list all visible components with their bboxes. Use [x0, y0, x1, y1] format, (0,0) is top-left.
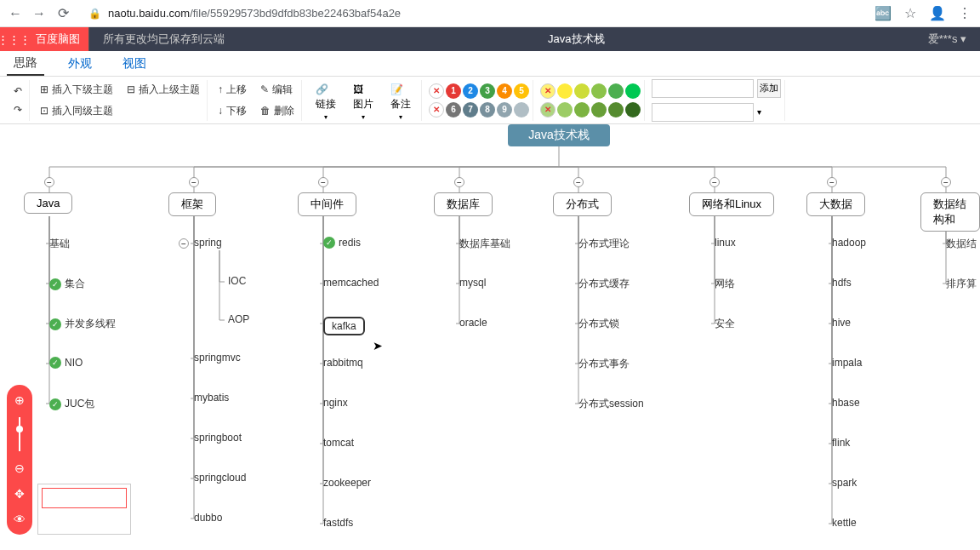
leaf-node[interactable]: hdfs — [832, 277, 852, 289]
color-swatch[interactable]: ✕ — [429, 102, 444, 117]
note-button[interactable]: 📝备注▾ — [384, 80, 418, 121]
leaf-node[interactable]: linux — [715, 237, 736, 249]
leaf-node[interactable]: kafka — [323, 317, 365, 335]
reload-icon[interactable]: ⟳ — [54, 5, 71, 22]
leaf-node[interactable]: 分布式锁 — [578, 317, 619, 331]
leaf-node[interactable]: 排序算 — [946, 277, 977, 291]
leaf-node[interactable]: dubbo — [194, 512, 222, 524]
branch-node[interactable]: 分布式 — [553, 192, 612, 216]
zoom-out-button[interactable]: ⊖ — [11, 460, 28, 477]
leaf-node[interactable]: fastdfs — [323, 517, 353, 529]
collapse-icon[interactable]: − — [318, 177, 328, 187]
color-swatch[interactable] — [514, 102, 529, 117]
leaf-node[interactable]: 分布式session — [578, 397, 644, 411]
leaf-node[interactable]: 数据结 — [946, 237, 977, 251]
tab-silu[interactable]: 思路 — [7, 52, 44, 76]
collapse-icon[interactable]: − — [827, 177, 837, 187]
edit-button[interactable]: ✎编辑 — [257, 81, 296, 99]
color-swatch[interactable] — [574, 102, 590, 117]
color-swatch[interactable]: 9 — [497, 102, 512, 117]
star-icon[interactable]: ☆ — [902, 5, 919, 22]
leaf-node[interactable]: mysql — [459, 277, 486, 289]
color-swatch[interactable]: 7 — [463, 102, 478, 117]
color-swatch[interactable] — [557, 83, 573, 99]
link-button[interactable]: 🔗链接▾ — [309, 80, 343, 121]
image-button[interactable]: 🖼图片▾ — [346, 80, 380, 121]
collapse-icon[interactable]: − — [189, 177, 199, 187]
insert-child-button[interactable]: ⊞插入下级主题 — [37, 81, 117, 99]
leaf-node[interactable]: spring — [194, 237, 222, 249]
collapse-icon[interactable]: − — [709, 177, 720, 187]
leaf-node[interactable]: hive — [832, 317, 851, 329]
collapse-icon[interactable]: − — [573, 177, 584, 187]
move-up-button[interactable]: ↑上移 — [214, 81, 250, 99]
color-swatch[interactable]: 6 — [446, 102, 461, 117]
leaf-node[interactable]: 数据库基础 — [459, 237, 510, 251]
leaf-node[interactable]: flink — [832, 437, 850, 449]
leaf-node[interactable]: springmvc — [194, 352, 241, 364]
leaf-node[interactable]: AOP — [228, 313, 249, 325]
app-name[interactable]: 百度脑图 — [27, 27, 88, 51]
color-swatch[interactable] — [625, 83, 641, 99]
color-swatch[interactable]: ✕ — [540, 83, 556, 99]
collapse-icon[interactable]: − — [44, 177, 54, 187]
branch-node[interactable]: 框架 — [168, 192, 216, 216]
leaf-node[interactable]: ✓redis — [323, 237, 361, 249]
leaf-node[interactable]: ✓集合 — [49, 277, 85, 291]
mindmap-canvas[interactable]: Java技术栈 Java−基础✓集合✓并发多线程✓NIO✓JUC包框架−spri… — [0, 124, 980, 550]
collapse-icon[interactable]: − — [941, 177, 951, 187]
leaf-node[interactable]: IOC — [228, 275, 246, 287]
color-swatch[interactable] — [574, 83, 590, 99]
translate-icon[interactable]: 🔤 — [875, 5, 892, 22]
leaf-node[interactable]: ✓JUC包 — [49, 397, 94, 411]
insert-sibling-button[interactable]: ⊡插入同级主题 — [37, 102, 117, 120]
leaf-node[interactable]: 安全 — [715, 317, 735, 331]
undo-button[interactable]: ↶ — [10, 83, 26, 99]
app-grid-icon[interactable]: ⋮⋮⋮ — [0, 27, 27, 51]
resource-input[interactable] — [652, 103, 754, 122]
tag-input[interactable] — [652, 79, 754, 98]
color-swatch[interactable]: 8 — [480, 102, 495, 117]
leaf-node[interactable]: 网络 — [715, 277, 735, 291]
leaf-node[interactable]: ✓NIO — [49, 357, 83, 369]
branch-node[interactable]: 大数据 — [806, 192, 865, 216]
preview-button[interactable]: 👁 — [11, 511, 28, 528]
leaf-node[interactable]: 分布式事务 — [578, 357, 630, 371]
add-tag-button[interactable]: 添加 — [757, 79, 781, 98]
color-swatch[interactable]: ✕ — [540, 102, 556, 117]
branch-node[interactable]: Java — [24, 192, 72, 214]
leaf-node[interactable]: kettle — [832, 517, 857, 529]
color-swatch[interactable]: 4 — [497, 83, 512, 99]
root-node[interactable]: Java技术栈 — [508, 124, 610, 146]
color-swatch[interactable] — [591, 83, 607, 99]
branch-node[interactable]: 中间件 — [298, 192, 356, 216]
color-swatch[interactable] — [557, 102, 573, 117]
zoom-fit-button[interactable]: ✥ — [11, 485, 28, 502]
collapse-icon[interactable]: − — [454, 177, 464, 187]
color-swatch[interactable] — [608, 102, 624, 117]
url-bar[interactable]: 🔒 naotu.baidu.com/file/55929573bd9dfdb83… — [78, 5, 868, 21]
color-swatch[interactable]: 5 — [514, 83, 529, 99]
menu-icon[interactable]: ⋮ — [956, 5, 973, 22]
color-swatch[interactable]: 1 — [446, 83, 461, 99]
leaf-node[interactable]: zookeeper — [323, 477, 371, 489]
redo-button[interactable]: ↷ — [10, 102, 26, 117]
leaf-node[interactable]: hbase — [832, 397, 860, 409]
branch-node[interactable]: 数据结构和 — [920, 192, 980, 232]
color-swatch[interactable]: 3 — [480, 83, 495, 99]
zoom-slider[interactable] — [19, 417, 20, 451]
branch-node[interactable]: 网络和Linux — [689, 192, 774, 216]
leaf-node[interactable]: memcached — [323, 277, 379, 289]
zoom-in-button[interactable]: ⊕ — [11, 392, 28, 409]
color-swatch[interactable] — [591, 102, 607, 117]
insert-parent-button[interactable]: ⊟插入上级主题 — [123, 81, 203, 99]
leaf-node[interactable]: springboot — [194, 432, 242, 444]
back-icon[interactable]: ← — [7, 5, 24, 22]
leaf-node[interactable]: mybatis — [194, 392, 229, 404]
leaf-node[interactable]: 基础 — [49, 237, 70, 251]
color-swatch[interactable]: ✕ — [429, 83, 444, 99]
leaf-node[interactable]: rabbitmq — [323, 357, 363, 369]
leaf-node[interactable]: ✓并发多线程 — [49, 317, 116, 331]
leaf-node[interactable]: tomcat — [323, 437, 354, 449]
collapse-icon[interactable]: − — [179, 238, 189, 249]
